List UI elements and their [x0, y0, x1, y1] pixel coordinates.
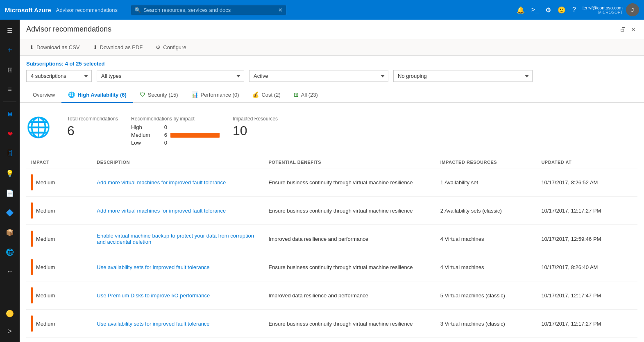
- download-pdf-icon: ⬇: [93, 44, 98, 50]
- col-header-description: DESCRIPTION: [92, 156, 263, 168]
- cell-resources-4: 5 Virtual machines (classic): [435, 281, 537, 310]
- cell-impact-4: Medium: [26, 281, 92, 310]
- sidebar-btn-aad[interactable]: 🔷: [0, 204, 20, 222]
- configure-button[interactable]: ⚙ Configure: [152, 43, 189, 52]
- impact-indicator-4: Medium: [31, 287, 87, 303]
- col-header-updated: UPDATED AT: [536, 156, 637, 168]
- table-row: Medium Add more virtual machines for imp…: [26, 168, 637, 197]
- impact-dot-4: [31, 287, 33, 303]
- help-icon[interactable]: ?: [572, 6, 576, 14]
- cell-resources-2: 4 Virtual machines: [435, 225, 537, 253]
- close-button[interactable]: ✕: [629, 25, 637, 34]
- search-clear-icon[interactable]: ✕: [278, 7, 283, 13]
- sidebar-btn-advisor[interactable]: 💡: [0, 164, 20, 182]
- medium-impact-bar: [170, 133, 220, 138]
- top-bar: Microsoft Azure Advisor recommendations …: [0, 0, 644, 20]
- description-link-3[interactable]: Use availability sets for improved fault…: [97, 264, 209, 270]
- sidebar-btn-sql[interactable]: 🗄: [0, 145, 20, 163]
- impact-medium-row: Medium 6: [131, 131, 220, 139]
- tab-cost[interactable]: 💰 Cost (2): [245, 87, 287, 103]
- settings-icon[interactable]: ⚙: [545, 6, 551, 14]
- sidebar-btn-vm[interactable]: 🖥: [0, 105, 20, 123]
- description-link-4[interactable]: Use Premium Disks to improve I/O perform…: [97, 292, 210, 299]
- types-select[interactable]: All types: [97, 70, 244, 82]
- notifications-icon[interactable]: 🔔: [517, 6, 525, 14]
- sidebar: ☰ + ⊞ ≡ 🖥 ❤ 🗄 💡 📄 🔷 📦 🌐 ↔ 🟡 >: [0, 20, 20, 342]
- page-breadcrumb: Advisor recommendations: [56, 7, 118, 13]
- impacted-resources-summary: Impacted Resources 10: [233, 116, 278, 138]
- impact-dot-0: [31, 174, 33, 190]
- feedback-icon[interactable]: 🙂: [558, 6, 566, 14]
- impact-indicator-2: Medium: [31, 231, 87, 247]
- sidebar-btn-create[interactable]: +: [0, 41, 20, 59]
- description-link-2[interactable]: Enable virtual machine backup to protect…: [97, 233, 254, 245]
- tab-all[interactable]: ⊞ All (23): [287, 87, 324, 103]
- subscriptions-select[interactable]: 4 subscriptions: [26, 70, 92, 82]
- avatar[interactable]: J: [626, 3, 639, 16]
- recommendations-table: IMPACT DESCRIPTION POTENTIAL BENEFITS IM…: [26, 156, 637, 338]
- sidebar-btn-network[interactable]: 🌐: [0, 243, 20, 261]
- description-link-1[interactable]: Add more virtual machines for improved f…: [97, 208, 226, 214]
- tab-overview[interactable]: Overview: [26, 88, 61, 103]
- cell-description-0: Add more virtual machines for improved f…: [92, 168, 263, 197]
- cell-benefits-5: Ensure business continuity through virtu…: [264, 310, 435, 338]
- brand-logo: Microsoft Azure: [5, 7, 51, 14]
- col-header-impact: IMPACT: [26, 156, 92, 168]
- total-recommendations: Total recommendations 6: [67, 116, 118, 138]
- description-link-5[interactable]: Use availability sets for improved fault…: [97, 321, 209, 327]
- top-bar-icons: 🔔 >_ ⚙ 🙂 ? jerryf@contoso.com MICROSOFT …: [517, 3, 639, 16]
- cell-impact-2: Medium: [26, 225, 92, 253]
- impact-dot-3: [31, 259, 33, 275]
- cell-updated-4: 10/17/2017, 12:17:47 PM: [536, 281, 637, 310]
- tab-high-availability[interactable]: 🌐 High Availability (6): [61, 87, 133, 103]
- sidebar-btn-billing[interactable]: 🟡: [0, 304, 20, 322]
- sidebar-btn-all-services[interactable]: ≡: [0, 80, 20, 98]
- subscriptions-label: Subscriptions: 4 of 25 selected: [26, 61, 637, 67]
- sidebar-btn-dashboard[interactable]: ⊞: [0, 61, 20, 79]
- user-menu[interactable]: jerryf@contoso.com MICROSOFT J: [583, 3, 639, 16]
- cell-description-3: Use availability sets for improved fault…: [92, 253, 263, 281]
- cell-benefits-2: Improved data resilience and performance: [264, 225, 435, 253]
- cell-benefits-0: Ensure business continuity through virtu…: [264, 168, 435, 197]
- sidebar-btn-monitor[interactable]: ❤: [0, 125, 20, 143]
- download-csv-icon: ⬇: [29, 44, 34, 50]
- cell-resources-0: 1 Availability set: [435, 168, 537, 197]
- status-select[interactable]: Active: [249, 70, 388, 82]
- description-link-0[interactable]: Add more virtual machines for improved f…: [97, 179, 226, 186]
- tab-all-label: All (23): [301, 92, 318, 98]
- sidebar-btn-menu[interactable]: ☰: [0, 21, 20, 39]
- download-pdf-button[interactable]: ⬇ Download as PDF: [90, 43, 146, 52]
- minimize-button[interactable]: 🗗: [619, 25, 628, 34]
- user-email: jerryf@contoso.com: [583, 5, 623, 10]
- impact-dot-2: [31, 231, 33, 247]
- tab-overview-label: Overview: [33, 92, 55, 98]
- page-header: Advisor recommendations 🗗 ✕: [20, 20, 644, 39]
- search-box[interactable]: 🔍 ✕: [131, 5, 286, 15]
- search-input[interactable]: [143, 7, 276, 13]
- filters: Subscriptions: 4 of 25 selected 4 subscr…: [20, 56, 644, 87]
- cloud-shell-icon[interactable]: >_: [531, 6, 539, 14]
- page-title: Advisor recommendations: [26, 25, 111, 34]
- cell-benefits-4: Improved data resilience and performance: [264, 281, 435, 310]
- table-header: IMPACT DESCRIPTION POTENTIAL BENEFITS IM…: [26, 156, 637, 168]
- cell-resources-5: 3 Virtual machines (classic): [435, 310, 537, 338]
- sidebar-btn-expand[interactable]: >: [0, 322, 20, 340]
- tab-performance[interactable]: 📊 Performance (0): [185, 87, 246, 103]
- tab-security[interactable]: 🛡 Security (15): [133, 87, 185, 103]
- impact-dot-5: [31, 315, 33, 332]
- cell-impact-1: Medium: [26, 197, 92, 225]
- tab-cost-icon: 💰: [252, 91, 259, 98]
- impact-dot-1: [31, 202, 33, 219]
- cell-impact-3: Medium: [26, 253, 92, 281]
- table-row: Medium Use availability sets for improve…: [26, 310, 637, 338]
- grouping-select[interactable]: No grouping: [393, 70, 533, 82]
- tabs: Overview 🌐 High Availability (6) 🛡 Secur…: [20, 87, 644, 103]
- cell-description-4: Use Premium Disks to improve I/O perform…: [92, 281, 263, 310]
- user-tenant: MICROSOFT: [583, 10, 623, 15]
- sidebar-btn-storage[interactable]: 📄: [0, 184, 20, 202]
- cell-impact-0: Medium: [26, 168, 92, 197]
- sidebar-btn-vpn[interactable]: ↔: [0, 263, 20, 281]
- sidebar-btn-resource-groups[interactable]: 📦: [0, 223, 20, 241]
- download-csv-button[interactable]: ⬇ Download as CSV: [26, 43, 83, 52]
- impact-indicator-0: Medium: [31, 174, 87, 190]
